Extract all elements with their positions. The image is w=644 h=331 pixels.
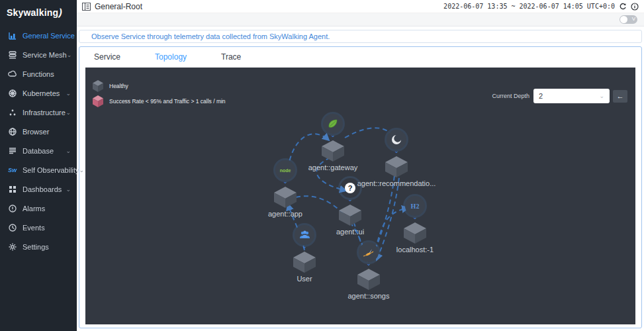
tab-bar: Service Topology Trace [79,47,641,66]
page-title: General-Root [95,2,142,11]
alert-cube-icon [92,95,104,108]
service-cube [385,156,408,178]
healthy-cube-icon [92,79,104,93]
tab-service[interactable]: Service [94,52,120,62]
refresh-icon[interactable] [618,2,627,11]
spring-leaf-icon [323,114,343,134]
sidebar-menu: General Service Service Mesh ⌄ Functions… [0,26,77,256]
sidebar-item-label: Infrastructure [23,109,66,117]
sidebar-item-label: General Service [23,32,75,40]
h2-database-icon: H2 [405,196,425,216]
sidebar-item-database[interactable]: Database ⌄ [0,141,77,160]
grid-icon [7,184,17,194]
sidebar-item-events[interactable]: Events [0,218,77,237]
service-cube [273,186,297,209]
sidebar-item-service-mesh[interactable]: Service Mesh ⌄ [0,45,77,64]
alarm-icon [7,203,17,213]
service-cube [403,222,427,244]
current-depth-label: Current Depth [492,93,529,99]
flow-arrow-icon: ⌄ [302,245,307,251]
info-icon[interactable] [630,2,639,11]
sidebar-item-infrastructure[interactable]: Infrastructure ⌄ [0,103,77,122]
service-cube [357,268,381,291]
flow-arrow-icon: ⌄ [366,262,371,268]
legend-label: Healthy [109,83,128,89]
service-cube [321,140,345,162]
sidebar-item-self-observability[interactable]: Sw Self Observability ⌄ [0,160,77,179]
legend-unhealthy: Success Rate < 95% and Traffic > 1 calls… [92,93,226,109]
chevron-down-icon: ⌄ [79,167,85,173]
chevron-down-icon: ⌄ [66,109,71,116]
view-toggle[interactable]: V [620,15,637,24]
secondary-toolbar: V [77,13,644,26]
notice-banner: Observe Service through telemetry data c… [79,30,642,43]
gear-icon [7,242,17,252]
globe-icon [7,126,17,136]
chevron-down-icon: ⌄ [66,148,71,154]
topbar: General-Root 2022-06-07 13:35 ~ 2022-06-… [77,0,644,13]
sidebar-item-settings[interactable]: Settings [0,237,77,256]
kubernetes-icon [7,88,17,98]
cloud-icon [7,69,17,79]
service-cube [293,251,316,273]
service-cube [338,204,362,226]
time-range-picker[interactable]: 2022-06-07 13:35 ~ 2022-06-07 14:05 UTC+… [443,3,615,10]
sidebar-item-label: Kubernetes [23,89,60,97]
chevron-down-icon: ⌄ [599,93,604,99]
legend-healthy: Healthy [92,78,226,93]
sidebar-item-kubernetes[interactable]: Kubernetes ⌄ [0,83,77,103]
chart-icon [7,30,17,40]
back-button[interactable]: ← [613,90,627,103]
sidebar-item-alarms[interactable]: Alarms [0,199,77,218]
flow-arrow-icon: ⌄ [283,180,288,186]
logo-text: Skywalking [7,7,58,18]
dots-icon [7,107,17,117]
depth-select[interactable]: 2 ⌄ [533,89,610,103]
sidebar-item-label: Database [23,147,54,155]
topology-canvas[interactable]: Healthy Success Rate < 95% and Traffic >… [85,68,635,324]
depth-controls: Current Depth 2 ⌄ ← [492,89,627,103]
tab-topology[interactable]: Topology [155,52,187,62]
nodejs-icon: node [275,160,295,180]
main-content: General-Root 2022-06-07 13:35 ~ 2022-06-… [77,0,644,328]
service-widget-panel: Service Topology Trace Healthy [79,46,642,328]
tab-trace[interactable]: Trace [221,52,241,62]
sidebar-item-browser[interactable]: Browser [0,122,77,141]
sidebar-item-general-service[interactable]: General Service [0,26,77,45]
skywalking-logo[interactable]: Skywalking ) [0,0,77,26]
sidebar-item-label: Dashboards [23,185,62,193]
sidebar-item-label: Service Mesh [23,51,67,59]
sidebar-item-functions[interactable]: Functions [0,64,77,83]
depth-value: 2 [539,92,543,100]
sw-icon: Sw [7,165,17,175]
sidebar-item-label: Functions [23,70,54,78]
sidebar-item-dashboards[interactable]: Dashboards ⌄ [0,179,77,199]
flow-arrow-icon: ⌄ [412,216,418,222]
flow-arrow-icon: ⌄ [394,150,399,156]
sidebar: Skywalking ) General Service Service Mes… [0,0,77,331]
node-label: agent::songs [348,292,390,300]
mesh-icon [7,50,17,60]
toggle-knob [620,16,627,23]
flow-arrow-icon: ⌄ [330,134,336,140]
legend-label: Success Rate < 95% and Traffic > 1 calls… [109,98,226,105]
sidebar-item-label: Self Observability [23,166,79,174]
sidebar-item-label: Alarms [23,205,45,213]
user-group-icon [295,225,314,245]
database-icon [7,146,17,156]
chevron-down-icon: ⌄ [66,186,71,193]
collapse-sidebar-icon[interactable] [82,2,91,11]
node-label: agent::app [268,210,302,218]
chevron-down-icon: ⌄ [66,90,71,97]
chevron-down-icon: ⌄ [67,52,72,58]
sidebar-item-label: Settings [23,243,49,251]
toggle-label: V [632,16,635,22]
topology-node-songs[interactable]: ⌄ agent::songs [329,242,408,300]
node-label: User [297,275,312,283]
bird-icon [359,242,379,262]
clock-icon [7,222,17,232]
topology-legend: Healthy Success Rate < 95% and Traffic >… [92,78,226,109]
sidebar-item-label: Browser [23,128,49,136]
flow-arrow-icon: ⌄ [347,198,353,204]
moon-icon [387,130,406,150]
